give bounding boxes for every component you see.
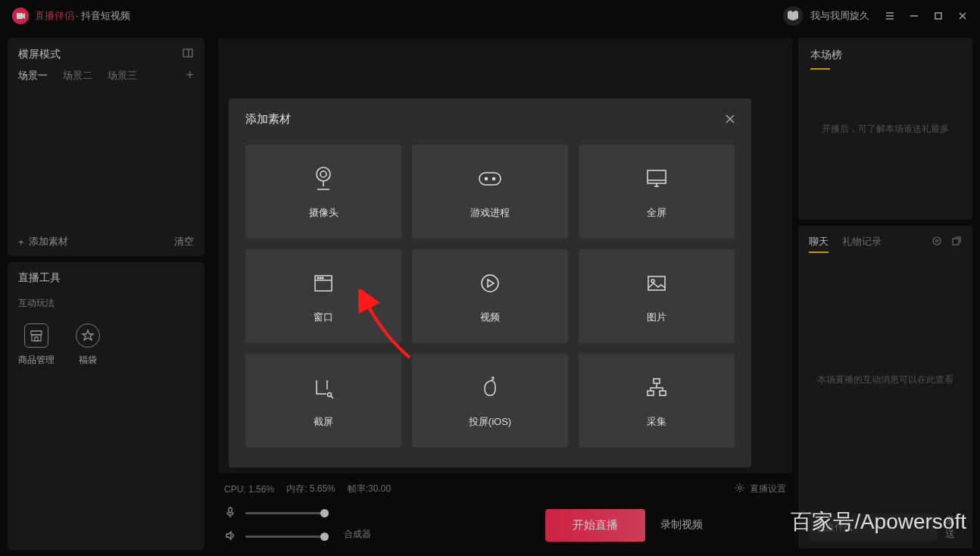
svg-point-34: [328, 393, 332, 397]
avatar[interactable]: [783, 6, 803, 26]
svg-rect-16: [953, 239, 959, 245]
tools-subtitle: 互动玩法: [8, 291, 204, 316]
svg-rect-5: [935, 13, 941, 19]
svg-point-12: [738, 486, 741, 489]
svg-rect-13: [229, 508, 232, 513]
tile-ios-cast[interactable]: 投屏(iOS): [412, 354, 568, 448]
svg-point-30: [322, 277, 323, 279]
chat-body-hint: 本场直播的互动消息可以在此查看: [798, 253, 972, 506]
tile-camera[interactable]: 摄像头: [245, 145, 401, 239]
camera-icon: [308, 164, 339, 194]
svg-rect-37: [648, 391, 654, 395]
tools-title: 直播工具: [18, 271, 61, 285]
modal-title: 添加素材: [245, 112, 291, 127]
capture-icon: [641, 373, 672, 403]
scene-tab-3[interactable]: 场景三: [108, 69, 137, 83]
chat-tab-gifts[interactable]: 礼物记录: [842, 235, 882, 248]
svg-rect-24: [648, 170, 666, 183]
mic-slider[interactable]: [224, 506, 329, 520]
add-material-modal: 添加素材 摄像头 游戏进程 全屏 窗口: [229, 98, 751, 467]
sidebar-right: 本场榜 开播后，可了解本场谁送礼最多 聊天 礼物记录 本场直播的互动消息可以在此…: [798, 32, 980, 556]
mic-track[interactable]: [245, 512, 329, 514]
tile-capture[interactable]: 采集: [579, 354, 735, 448]
rank-title: 本场榜: [798, 38, 972, 68]
scene-panel: 横屏模式 场景一 场景二 场景三 + + 添加素材 清空: [8, 38, 204, 256]
svg-point-33: [651, 280, 654, 283]
maximize-icon[interactable]: [933, 11, 944, 21]
svg-point-23: [493, 178, 495, 180]
speaker-slider[interactable]: [224, 529, 329, 544]
user-area[interactable]: 我与我周旋久: [783, 6, 869, 26]
image-icon: [641, 268, 672, 298]
synthesizer-button[interactable]: 合成器: [344, 528, 371, 541]
svg-rect-0: [17, 13, 23, 19]
close-icon[interactable]: [957, 11, 968, 21]
plus-icon: +: [18, 236, 24, 248]
monitor-icon: [641, 164, 672, 194]
svg-point-28: [317, 277, 319, 279]
chat-send-button[interactable]: 发送: [945, 514, 962, 541]
mic-icon: [224, 506, 236, 520]
clear-button[interactable]: 清空: [174, 235, 194, 248]
svg-rect-36: [654, 379, 660, 383]
mode-title: 横屏模式: [18, 48, 61, 61]
svg-rect-10: [32, 335, 41, 341]
screenshot-icon: [308, 373, 339, 403]
speaker-icon: [224, 529, 236, 544]
svg-point-31: [482, 275, 498, 292]
chat-panel: 聊天 礼物记录 本场直播的互动消息可以在此查看 发送: [798, 226, 972, 548]
gamepad-icon: [475, 164, 505, 194]
tool-shop[interactable]: 商品管理: [18, 323, 55, 367]
rank-panel: 本场榜 开播后，可了解本场谁送礼最多: [798, 38, 972, 220]
speaker-track[interactable]: [245, 536, 329, 538]
tile-window[interactable]: 窗口: [245, 249, 401, 343]
modal-close-icon[interactable]: [726, 114, 735, 126]
svg-rect-38: [660, 391, 666, 395]
svg-point-15: [936, 239, 938, 242]
start-stream-button[interactable]: 开始直播: [545, 509, 645, 542]
svg-point-20: [320, 171, 326, 177]
scene-tab-2[interactable]: 场景二: [63, 69, 92, 83]
add-material-button[interactable]: + 添加素材: [18, 235, 68, 248]
rank-hint: 开播后，可了解本场谁送礼最多: [798, 123, 972, 136]
tool-lucky-bag[interactable]: 福袋: [76, 323, 100, 367]
star-icon: [76, 323, 100, 348]
popout-icon[interactable]: [951, 236, 962, 248]
layout-icon[interactable]: [182, 47, 194, 61]
scene-tab-1[interactable]: 场景一: [18, 69, 48, 83]
add-scene-icon[interactable]: +: [186, 67, 194, 83]
svg-line-35: [331, 396, 333, 398]
chat-input[interactable]: [809, 514, 938, 541]
minimize-icon[interactable]: [909, 11, 919, 21]
svg-rect-8: [183, 49, 192, 57]
shop-icon: [24, 323, 48, 348]
app-logo-icon: [12, 8, 29, 24]
menu-icon[interactable]: [885, 11, 895, 21]
tile-screenshot[interactable]: 截屏: [245, 354, 401, 448]
sidebar-left: 横屏模式 场景一 场景二 场景三 + + 添加素材 清空: [0, 32, 212, 556]
apple-icon: [475, 373, 505, 403]
chat-tab-chat[interactable]: 聊天: [809, 235, 829, 248]
tile-video[interactable]: 视频: [412, 249, 568, 343]
stream-settings-button[interactable]: 直播设置: [735, 483, 786, 495]
gear-icon: [735, 483, 745, 495]
app-name-primary: 直播伴侣: [35, 9, 74, 23]
svg-rect-21: [479, 173, 501, 185]
tile-image[interactable]: 图片: [579, 249, 735, 343]
svg-point-19: [317, 167, 330, 181]
settings-icon[interactable]: [932, 236, 942, 248]
username: 我与我周旋久: [810, 9, 869, 23]
play-icon: [475, 268, 505, 298]
stats-row: CPU: 1.56% 内存: 5.65% 帧率:30.00 直播设置: [218, 473, 792, 501]
svg-point-14: [933, 237, 941, 245]
titlebar: 直播伴侣 · 抖音短视频 我与我周旋久: [0, 0, 980, 32]
tile-fullscreen[interactable]: 全屏: [579, 145, 735, 239]
record-button[interactable]: 录制视频: [660, 518, 703, 532]
tools-panel: 直播工具 互动玩法 商品管理 福袋: [8, 262, 204, 550]
svg-point-29: [320, 277, 321, 279]
tile-game[interactable]: 游戏进程: [412, 145, 568, 239]
svg-rect-11: [35, 337, 38, 341]
svg-rect-32: [648, 276, 665, 290]
window-icon: [308, 268, 339, 298]
scene-body: [8, 91, 204, 227]
